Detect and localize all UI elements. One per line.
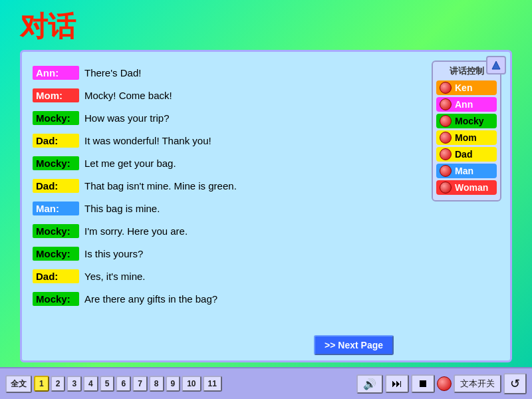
- dialogue-text: Mocky! Come back!: [84, 90, 172, 101]
- page-number-button[interactable]: 4: [83, 376, 98, 392]
- full-text-button[interactable]: 全文: [5, 375, 32, 393]
- control-button-label: Woman: [455, 182, 488, 193]
- dialogue-line: Dad:That bag isn't mine. Mine is green.: [33, 176, 426, 196]
- control-character-button[interactable]: Mocky: [436, 114, 497, 128]
- page-number-button[interactable]: 9: [166, 376, 181, 392]
- control-button-label: Mom: [455, 132, 477, 143]
- control-button-label: Ken: [455, 82, 472, 93]
- page-number-button[interactable]: 6: [116, 376, 131, 392]
- dialogue-line: Dad:It was wonderful! Thank you!: [33, 130, 426, 150]
- next-page-button[interactable]: >> Next Page: [314, 335, 394, 355]
- dialogue-line: Mocky:How was your trip?: [33, 108, 426, 128]
- dialogue-area: Ann:There's Dad!Mom:Mocky! Come back!Moc…: [27, 57, 432, 355]
- main-container: Ann:There's Dad!Mom:Mocky! Come back!Moc…: [20, 50, 512, 362]
- corner-icon[interactable]: [486, 56, 506, 74]
- dialogue-text: It was wonderful! Thank you!: [84, 135, 211, 146]
- control-character-button[interactable]: Man: [436, 164, 497, 178]
- dialogue-line: Mocky:Is this yours?: [33, 243, 426, 263]
- record-dot-icon: [440, 148, 452, 160]
- red-circle-icon[interactable]: [437, 376, 452, 391]
- stop-icon[interactable]: ⏹: [411, 374, 435, 393]
- page-number-button[interactable]: 5: [100, 376, 115, 392]
- dialogue-text: Is this yours?: [84, 248, 143, 259]
- page-number-button[interactable]: 7: [132, 376, 148, 392]
- speaker-label: Dad:: [33, 134, 79, 148]
- control-character-button[interactable]: Ken: [436, 80, 497, 95]
- speaker-label: Mocky:: [33, 224, 79, 238]
- dialogue-text: Let me get your bag.: [84, 158, 176, 169]
- dialogue-line: Mom:Mocky! Come back!: [33, 85, 426, 105]
- speaker-label: Ann:: [33, 66, 79, 80]
- record-dot-icon: [440, 115, 452, 127]
- control-character-button[interactable]: Woman: [436, 180, 497, 195]
- dialogue-line: Mocky:Let me get your bag.: [33, 153, 426, 173]
- svg-marker-0: [492, 61, 500, 69]
- control-character-button[interactable]: Ann: [436, 97, 497, 112]
- refresh-icon[interactable]: ↺: [503, 373, 527, 394]
- control-button-label: Dad: [455, 149, 472, 160]
- speaker-label: Mocky:: [33, 111, 79, 125]
- play-icon[interactable]: ⏭: [385, 374, 409, 393]
- record-dot-icon: [440, 82, 452, 94]
- record-dot-icon: [440, 132, 452, 144]
- record-dot-icon: [440, 182, 452, 194]
- control-character-button[interactable]: Mom: [436, 130, 497, 145]
- page-number-button[interactable]: 1: [34, 376, 49, 392]
- speaker-label: Mocky:: [33, 156, 79, 170]
- speaker-label: Dad:: [33, 269, 79, 283]
- dialogue-text: Are there any gifts in the bag?: [84, 293, 217, 305]
- dialogue-line: Mocky:I'm sorry. Here you are.: [33, 221, 426, 241]
- dialogue-line: Mocky:Are there any gifts in the bag?: [33, 289, 426, 309]
- dialogue-line: Dad:Yes, it's mine.: [33, 266, 426, 286]
- volume-icon[interactable]: 🔊: [356, 374, 383, 394]
- dialogue-line: Man:This bag is mine.: [33, 198, 426, 218]
- control-panel: 讲话控制 KenAnnMockyMomDadManWoman: [432, 61, 501, 201]
- page-number-button[interactable]: 11: [203, 376, 222, 392]
- bottom-toolbar: 全文 1234567891011 🔊 ⏭ ⏹ 文本开关 ↺: [0, 367, 532, 399]
- speaker-label: Mom:: [33, 88, 79, 102]
- speaker-label: Man:: [33, 201, 79, 215]
- record-dot-icon: [440, 98, 452, 110]
- dialogue-text: That bag isn't mine. Mine is green.: [84, 180, 237, 192]
- page-title: 对话: [20, 8, 76, 45]
- control-character-button[interactable]: Dad: [436, 147, 497, 162]
- speaker-label: Mocky:: [33, 292, 79, 306]
- dialogue-text: There's Dad!: [84, 67, 141, 78]
- page-number-button[interactable]: 8: [149, 376, 164, 392]
- dialogue-text: I'm sorry. Here you are.: [84, 225, 188, 237]
- record-dot-icon: [440, 165, 452, 177]
- page-number-button[interactable]: 3: [66, 376, 82, 392]
- dialogue-text: How was your trip?: [84, 112, 170, 124]
- dialogue-line: Ann:There's Dad!: [33, 63, 426, 82]
- speaker-label: Dad:: [33, 179, 79, 193]
- speaker-label: Mocky:: [33, 247, 79, 261]
- dialogue-text: This bag is mine.: [84, 203, 160, 214]
- control-button-label: Mocky: [455, 116, 484, 126]
- dialogue-text: Yes, it's mine.: [84, 271, 146, 282]
- control-button-label: Man: [455, 166, 473, 176]
- control-button-label: Ann: [455, 99, 473, 110]
- text-toggle-button[interactable]: 文本开关: [454, 374, 501, 393]
- page-number-button[interactable]: 10: [182, 376, 201, 392]
- page-number-button[interactable]: 2: [51, 376, 66, 392]
